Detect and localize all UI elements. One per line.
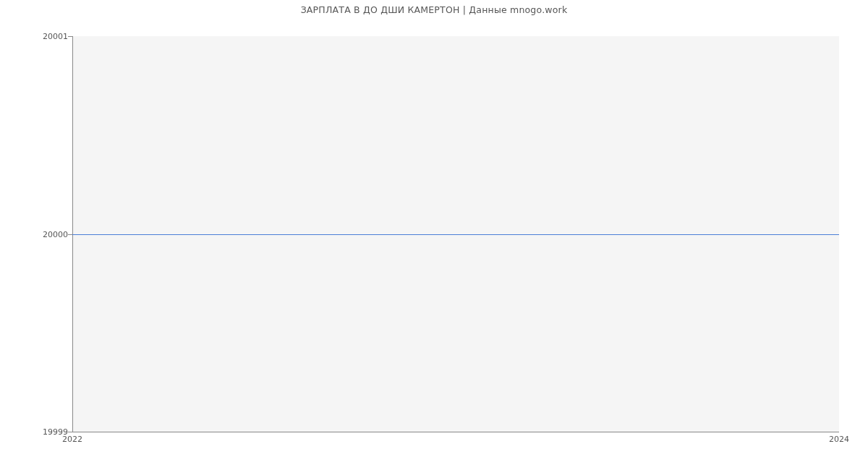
y-tick-label: 20000 xyxy=(3,230,68,239)
chart-container: ЗАРПЛАТА В ДО ДШИ КАМЕРТОН | Данные mnog… xyxy=(0,0,868,470)
series-line xyxy=(72,234,839,235)
y-tick-label: 19999 xyxy=(3,427,68,437)
x-tick-label: 2022 xyxy=(62,435,82,444)
chart-title: ЗАРПЛАТА В ДО ДШИ КАМЕРТОН | Данные mnog… xyxy=(0,4,868,15)
x-tick-label: 2024 xyxy=(829,435,849,444)
y-tick xyxy=(68,36,72,37)
y-tick-label: 20001 xyxy=(3,32,68,41)
y-tick xyxy=(68,432,72,432)
